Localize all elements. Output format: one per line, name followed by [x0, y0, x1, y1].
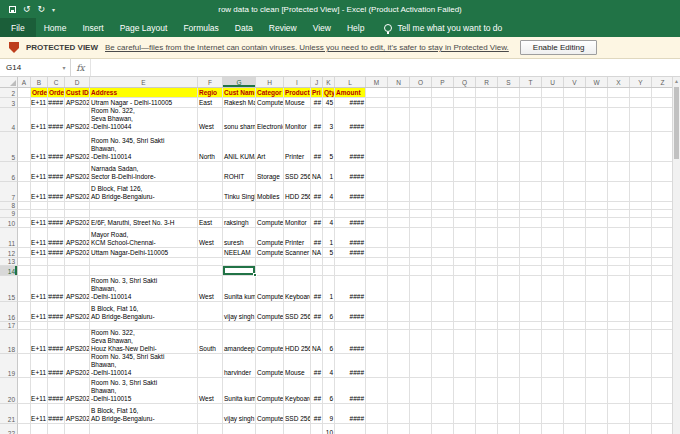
cell-R17[interactable]: [476, 322, 498, 330]
cell-K5[interactable]: 5: [323, 132, 335, 162]
col-header-L[interactable]: L: [335, 77, 366, 87]
cell-C2[interactable]: Order: [48, 88, 65, 98]
cell-O9[interactable]: [410, 210, 432, 218]
cell-S9[interactable]: [498, 210, 520, 218]
cell-R19[interactable]: [476, 354, 498, 378]
cell-O13[interactable]: [410, 258, 432, 266]
col-header-B[interactable]: B: [31, 77, 48, 87]
cell-O20[interactable]: [410, 378, 432, 404]
cell-F4[interactable]: West: [198, 108, 223, 132]
cell-U9[interactable]: [542, 210, 564, 218]
cell-Q5[interactable]: [454, 132, 476, 162]
cell-H5[interactable]: Art: [256, 132, 284, 162]
cell-M5[interactable]: [366, 132, 388, 162]
cell-V18[interactable]: [564, 330, 586, 354]
cell-I21[interactable]: SSD 256 GB: [284, 404, 311, 424]
cell-Y20[interactable]: [630, 378, 652, 404]
cell-X22[interactable]: [608, 424, 630, 434]
col-header-Y[interactable]: Y: [630, 77, 652, 87]
cell-H11[interactable]: Computer: [256, 228, 284, 248]
cell-U19[interactable]: [542, 354, 564, 378]
cell-X7[interactable]: [608, 182, 630, 202]
cell-D6[interactable]: APS202: [65, 162, 90, 182]
cell-E6[interactable]: Narnada Sadan, Sector B-Delhi-Indore-: [90, 162, 198, 182]
cell-W7[interactable]: [586, 182, 608, 202]
cell-R15[interactable]: [476, 276, 498, 302]
cell-G6[interactable]: ROHIT: [223, 162, 256, 182]
tab-formulas[interactable]: Formulas: [175, 18, 226, 37]
cell-K2[interactable]: Qty: [323, 88, 335, 98]
cell-I10[interactable]: Monitor: [284, 218, 311, 228]
cell-V20[interactable]: [564, 378, 586, 404]
tab-file[interactable]: File: [0, 18, 36, 37]
cell-J22[interactable]: [311, 424, 323, 434]
cell-G5[interactable]: ANIL KUMA: [223, 132, 256, 162]
cell-Q20[interactable]: [454, 378, 476, 404]
cell-T4[interactable]: [520, 108, 542, 132]
cell-H19[interactable]: Computer: [256, 354, 284, 378]
cell-U5[interactable]: [542, 132, 564, 162]
cell-D21[interactable]: APS202: [65, 404, 90, 424]
cell-Z10[interactable]: [652, 218, 674, 228]
cell-D11[interactable]: APS202: [65, 228, 90, 248]
cell-U11[interactable]: [542, 228, 564, 248]
cell-M21[interactable]: [366, 404, 388, 424]
cell-S22[interactable]: [498, 424, 520, 434]
cell-M18[interactable]: [366, 330, 388, 354]
cell-L16[interactable]: ####: [335, 302, 366, 322]
cell-L20[interactable]: ####: [335, 378, 366, 404]
cell-U22[interactable]: [542, 424, 564, 434]
cell-L7[interactable]: ####: [335, 182, 366, 202]
cell-K13[interactable]: [323, 258, 335, 266]
cell-S15[interactable]: [498, 276, 520, 302]
cell-C7[interactable]: #####: [48, 182, 65, 202]
cell-Q16[interactable]: [454, 302, 476, 322]
cell-V11[interactable]: [564, 228, 586, 248]
cell-J13[interactable]: [311, 258, 323, 266]
cell-L18[interactable]: ####: [335, 330, 366, 354]
cell-Z15[interactable]: [652, 276, 674, 302]
cell-N9[interactable]: [388, 210, 410, 218]
cell-B17[interactable]: [31, 322, 48, 330]
cell-S5[interactable]: [498, 132, 520, 162]
cell-V5[interactable]: [564, 132, 586, 162]
cell-U18[interactable]: [542, 330, 564, 354]
cell-C21[interactable]: #####: [48, 404, 65, 424]
cell-Z7[interactable]: [652, 182, 674, 202]
cell-Q2[interactable]: [454, 88, 476, 98]
cell-I22[interactable]: [284, 424, 311, 434]
cell-W9[interactable]: [586, 210, 608, 218]
cell-G19[interactable]: harvinder: [223, 354, 256, 378]
cell-W20[interactable]: [586, 378, 608, 404]
cell-M8[interactable]: [366, 202, 388, 210]
cell-D17[interactable]: [65, 322, 90, 330]
cell-J11[interactable]: ##: [311, 228, 323, 248]
cell-Y7[interactable]: [630, 182, 652, 202]
cell-T17[interactable]: [520, 322, 542, 330]
cell-D20[interactable]: APS202: [65, 378, 90, 404]
cell-N7[interactable]: [388, 182, 410, 202]
cell-V12[interactable]: [564, 248, 586, 258]
cell-V22[interactable]: [564, 424, 586, 434]
cell-O2[interactable]: [410, 88, 432, 98]
cell-F22[interactable]: [198, 424, 223, 434]
cell-Q13[interactable]: [454, 258, 476, 266]
cell-H21[interactable]: Computer: [256, 404, 284, 424]
cell-F18[interactable]: South: [198, 330, 223, 354]
row-header-4[interactable]: 4: [0, 108, 18, 132]
cell-S10[interactable]: [498, 218, 520, 228]
cell-I17[interactable]: [284, 322, 311, 330]
vertical-scrollbar[interactable]: ▲: [672, 77, 680, 434]
cell-Y15[interactable]: [630, 276, 652, 302]
cell-R2[interactable]: [476, 88, 498, 98]
cell-J9[interactable]: [311, 210, 323, 218]
cell-N16[interactable]: [388, 302, 410, 322]
cell-E7[interactable]: D Block, Flat 126, AD Bridge-Bengaluru-: [90, 182, 198, 202]
cell-Q15[interactable]: [454, 276, 476, 302]
cell-D12[interactable]: APS202: [65, 248, 90, 258]
cell-K14[interactable]: [323, 266, 335, 276]
cell-S16[interactable]: [498, 302, 520, 322]
cell-K6[interactable]: 1: [323, 162, 335, 182]
cell-T7[interactable]: [520, 182, 542, 202]
col-header-H[interactable]: H: [256, 77, 284, 87]
